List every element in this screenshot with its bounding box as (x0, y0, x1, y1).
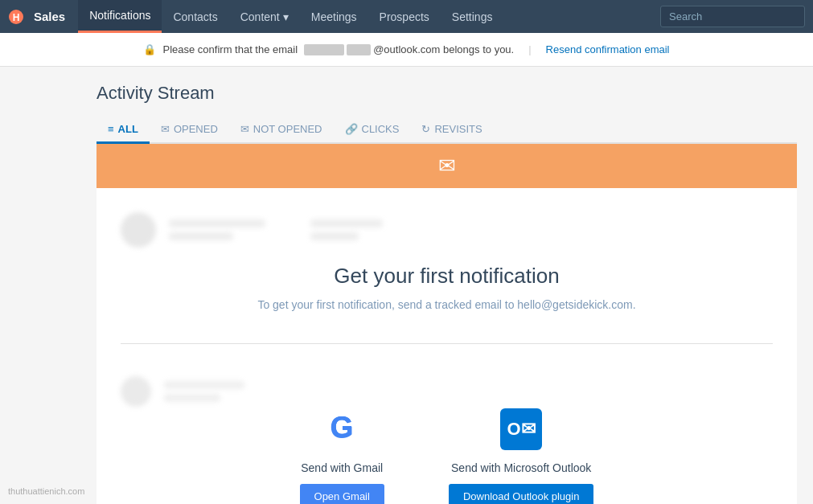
blurred-lines (169, 212, 265, 248)
banner-envelope-icon: ✉ (438, 154, 456, 178)
revisits-tab-icon: ↻ (421, 123, 430, 135)
tab-all[interactable]: ≡ ALL (96, 117, 150, 144)
blurred-line-2 (169, 232, 233, 240)
svg-text:G: G (330, 411, 354, 445)
opened-tab-icon: ✉ (161, 123, 170, 135)
main-layout: Activity Stream ≡ ALL ✉ OPENED ✉ NOT OPE… (0, 67, 813, 504)
empty-state-card: Get your first notification To get your … (96, 188, 797, 504)
bottom-blurred-lines (164, 381, 244, 402)
gmail-icon-wrapper: G G G (319, 407, 364, 452)
nav-item-notifications[interactable]: Notifications (78, 0, 162, 33)
not-opened-tab-icon: ✉ (240, 123, 249, 135)
orange-banner: ✉ (96, 144, 797, 188)
blurred-items-bottom (121, 376, 244, 407)
main-content: Activity Stream ≡ ALL ✉ OPENED ✉ NOT OPE… (96, 67, 813, 504)
lock-icon: 🔒 (143, 43, 156, 55)
divider-line (121, 343, 773, 344)
nav-item-meetings[interactable]: Meetings (300, 0, 368, 33)
blurred-line-3 (310, 219, 383, 227)
email-masked: @outlook.com belongs to you. (304, 43, 514, 55)
blurred-lines-2 (310, 212, 383, 248)
outlook-logo: O✉ (500, 408, 542, 450)
empty-state-subtext: To get your first notification, send a t… (257, 298, 635, 311)
outlook-label: Send with Microsoft Outlook (451, 461, 591, 474)
blurred-line-1 (169, 219, 265, 227)
divider: | (528, 43, 531, 55)
blurred-items-top (121, 212, 383, 248)
blurred-bottom-avatar (121, 376, 151, 407)
all-tab-icon: ≡ (108, 123, 114, 135)
outlook-option: O✉ Send with Microsoft Outlook Download … (449, 407, 594, 504)
blurred-line-4 (310, 232, 359, 240)
search-container (660, 6, 805, 27)
outlook-icon-wrapper: O✉ (499, 407, 544, 452)
email-block-2 (347, 44, 371, 55)
empty-state-heading: Get your first notification (334, 264, 559, 289)
activity-tabs: ≡ ALL ✉ OPENED ✉ NOT OPENED 🔗 CLICKS ↻ R… (96, 117, 797, 144)
gmail-label: Send with Gmail (301, 461, 383, 474)
top-navigation: H Sales Notifications Contacts Content ▾… (0, 0, 813, 33)
tab-not-opened[interactable]: ✉ NOT OPENED (229, 117, 334, 144)
content-dropdown-arrow: ▾ (283, 10, 289, 23)
sidebar (0, 67, 96, 504)
search-input[interactable] (660, 6, 805, 27)
gmail-option: G G G (300, 407, 384, 504)
tab-clicks[interactable]: 🔗 CLICKS (334, 117, 411, 144)
download-outlook-plugin-button[interactable]: Download Outlook plugin (449, 484, 594, 504)
open-gmail-button[interactable]: Open Gmail (300, 484, 384, 504)
tab-opened[interactable]: ✉ OPENED (150, 117, 229, 144)
nav-item-content[interactable]: Content ▾ (229, 0, 300, 33)
brand-logo: H (8, 9, 24, 25)
resend-confirmation-link[interactable]: Resend confirmation email (546, 43, 670, 55)
bottom-blurred-line-2 (164, 394, 220, 402)
send-options: G G G (300, 407, 594, 504)
blurred-avatar (121, 212, 156, 248)
confirm-message-before: Please confirm that the email (162, 43, 298, 55)
bottom-blurred-line-1 (164, 381, 244, 389)
brand-name: Sales (34, 10, 65, 23)
nav-items: Notifications Contacts Content ▾ Meeting… (78, 0, 660, 33)
footer-watermark: thuthuattienich.com (8, 486, 84, 496)
nav-item-contacts[interactable]: Contacts (162, 0, 228, 33)
nav-item-settings[interactable]: Settings (441, 0, 504, 33)
google-logo: G (321, 408, 363, 450)
svg-text:H: H (13, 12, 20, 23)
email-block-1 (304, 44, 344, 55)
page-title: Activity Stream (96, 83, 797, 104)
tab-revisits[interactable]: ↻ REVISITS (410, 117, 493, 144)
confirmation-bar: 🔒 Please confirm that the email @outlook… (0, 33, 813, 67)
email-domain: @outlook.com belongs to you. (373, 43, 514, 55)
nav-item-prospects[interactable]: Prospects (368, 0, 441, 33)
clicks-tab-icon: 🔗 (345, 123, 358, 135)
